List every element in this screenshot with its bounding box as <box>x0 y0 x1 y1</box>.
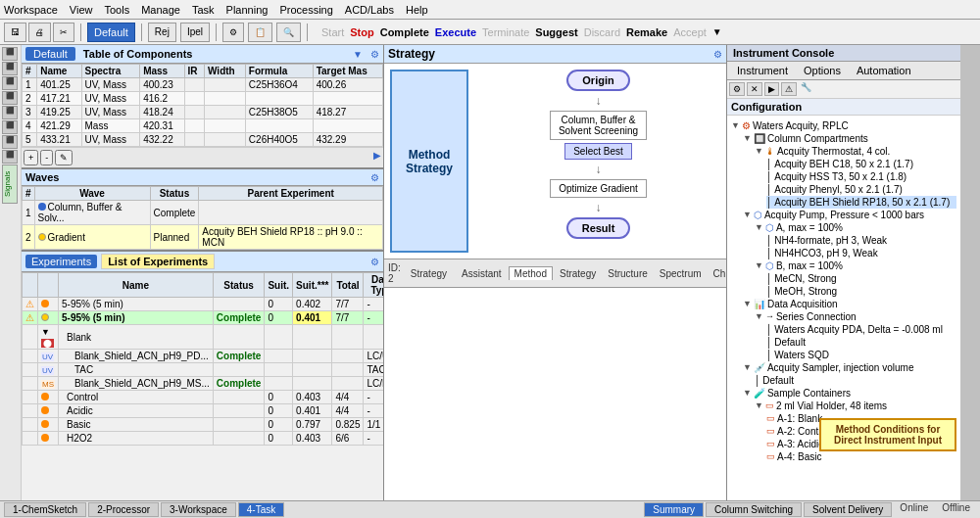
icon-btn-2[interactable]: 📋 <box>248 23 272 42</box>
instrument-tab-options[interactable]: Options <box>798 64 847 77</box>
menu-manage[interactable]: Manage <box>141 4 180 16</box>
tab-structure[interactable]: Structure <box>603 267 653 280</box>
tree-data-acq[interactable]: ▼ 📊 Data Acquisition <box>743 298 956 310</box>
tree-col-compartments[interactable]: ▼ 🔲 Column Compartments <box>743 132 956 145</box>
menu-processing[interactable]: Processing <box>279 4 332 16</box>
exp-row[interactable]: Basic 00.7970.825 1/1 2.414 <box>23 418 384 432</box>
exp-row[interactable]: MS Blank_Shield_ACN_pH9_MS... Complete L… <box>23 377 384 391</box>
exp-row[interactable]: Acidic 00.4014/4 - 3.5352.4133.739 3.97 <box>23 404 384 418</box>
tree-vial-holder[interactable]: ▼ ▭ 2 ml Vial Holder, 48 items <box>755 400 956 412</box>
remake-btn[interactable]: Remake <box>626 26 667 38</box>
tree-col-4[interactable]: │Acquity BEH Shield RP18, 50 x 2.1 (1.7) <box>766 196 956 209</box>
inst-btn-4[interactable]: ⚠ <box>781 82 797 96</box>
menu-workspace[interactable]: Workspace <box>4 4 58 16</box>
flow-step1[interactable]: Column, Buffer &Solvent Screening <box>550 111 647 140</box>
tab-chromatogram[interactable]: Chromatogram <box>709 267 727 280</box>
inst-btn-1[interactable]: ⚙ <box>729 82 745 96</box>
table-row[interactable]: 5433.21UV, Mass432.22C26H40O5432.29 <box>23 133 383 147</box>
accept-btn[interactable]: Accept <box>673 26 707 38</box>
flow-optimize[interactable]: Optimize Gradient <box>550 179 647 198</box>
exp-row[interactable]: Control 00.4034/4 - 3.5322.4193.738 3.97… <box>23 391 384 404</box>
expand-root[interactable]: ▼ <box>731 120 740 130</box>
exp-tab-experiments[interactable]: Experiments <box>25 255 97 268</box>
tree-pump[interactable]: ▼ ⬡ Acquity Pump, Pressure < 1000 bars <box>743 209 956 221</box>
sidebar-icon-4[interactable]: ⬛ <box>2 91 18 105</box>
comp-edit-btn[interactable]: ✎ <box>55 150 73 165</box>
flow-result[interactable]: Result <box>566 217 631 239</box>
exp-row[interactable]: ⚠ 5-95% (5 min) 0 0.402 7/7 - 3.521 2.37… <box>23 298 384 311</box>
exp-row[interactable]: H2O2 00.4036/6 - 3.5333.737 2.0012.6732.… <box>23 432 384 446</box>
complete-btn[interactable]: Complete <box>380 26 429 38</box>
waves-settings-icon[interactable]: ⚙ <box>370 172 379 183</box>
table-row[interactable]: 1401.25UV, Mass400.23C25H36O4400.26 <box>23 78 383 92</box>
table-row[interactable]: 4421.29Mass420.31 <box>23 119 383 133</box>
tree-meoh[interactable]: │MeOH, Strong <box>766 285 956 298</box>
table-row[interactable]: 2417.21UV, Mass416.2 <box>23 92 383 106</box>
strategy-settings-icon[interactable]: ⚙ <box>713 49 722 60</box>
tree-nh4-formate[interactable]: │NH4-formate, pH 3, Weak <box>766 234 956 247</box>
tree-thermostat[interactable]: ▼ 🌡 Acquity Thermostat, 4 col. <box>755 145 956 158</box>
tab-method[interactable]: Method <box>509 266 553 280</box>
rej-btn[interactable]: Rej <box>148 23 176 42</box>
tree-pump-a[interactable]: ▼ ⬡ A, max = 100% <box>755 221 956 234</box>
tree-vial-a4[interactable]: ▭A-4: Basic <box>766 450 956 463</box>
menu-planning[interactable]: Planning <box>226 4 269 16</box>
comp-scroll-right[interactable]: ▶ <box>373 150 381 165</box>
exp-row[interactable]: UV Blank_Shield_ACN_pH9_PD... Complete L… <box>23 350 384 363</box>
tree-sample-containers[interactable]: ▼ 🧪 Sample Containers <box>743 387 956 400</box>
sidebar-icon-3[interactable]: ⬛ <box>2 76 18 90</box>
tree-mecn[interactable]: │MeCN, Strong <box>766 272 956 285</box>
bottom-tab-chemsketch[interactable]: 1-ChemSketch <box>4 502 86 517</box>
comp-del-btn[interactable]: - <box>40 150 53 165</box>
components-settings-icon[interactable]: ⚙ <box>370 49 379 60</box>
execute-btn[interactable]: Execute <box>435 26 476 38</box>
toolbar-icon-3[interactable]: ✂ <box>53 23 74 42</box>
bottom-tab-processor[interactable]: 2-Processor <box>88 502 159 517</box>
flow-select-best[interactable]: Select Best <box>564 143 632 160</box>
icon-btn-3[interactable]: 🔍 <box>276 23 301 42</box>
menu-view[interactable]: View <box>70 4 93 16</box>
terminate-btn[interactable]: Terminate <box>482 26 529 38</box>
menu-tools[interactable]: Tools <box>104 4 129 16</box>
tree-sampler[interactable]: ▼ 💉 Acquity Sampler, injection volume <box>743 361 956 374</box>
tree-series-conn[interactable]: ▼ → Series Connection <box>755 310 956 323</box>
menu-task[interactable]: Task <box>192 4 215 16</box>
tree-pda[interactable]: │Waters Acquity PDA, Delta = -0.008 ml <box>766 323 956 336</box>
expand-blank[interactable]: ▼ <box>41 327 50 337</box>
default-btn[interactable]: Default <box>87 23 135 42</box>
exp-row[interactable]: UV TAC TAC <box>23 363 384 377</box>
tab-spectrum[interactable]: Spectrum <box>655 267 707 280</box>
sidebar-icon-8[interactable]: ⬛ <box>2 150 18 164</box>
tree-root[interactable]: ▼ ⚙ Waters Acquity, RPLC <box>731 119 956 132</box>
suggest-btn[interactable]: Suggest <box>535 26 577 38</box>
inst-gear-icon[interactable]: 🔧 <box>801 82 811 96</box>
toolbar-icon-2[interactable]: 🖨 <box>28 23 51 42</box>
tab-assistant[interactable]: Assistant <box>457 267 507 280</box>
icon-btn-1[interactable]: ⚙ <box>222 23 244 42</box>
tree-sampler-default[interactable]: │Default <box>755 374 956 387</box>
exp-settings-icon[interactable]: ⚙ <box>370 257 379 267</box>
tree-sqd[interactable]: │Waters SQD <box>766 349 956 361</box>
dropdown-arrow[interactable]: ▼ <box>712 26 722 37</box>
toolbar-icon-1[interactable]: 🖫 <box>4 23 26 42</box>
instrument-tab-automation[interactable]: Automation <box>851 64 917 77</box>
tree-nh4hco3[interactable]: │NH4HCO3, pH 9, Weak <box>766 247 956 259</box>
ipel-btn[interactable]: Ipel <box>180 23 210 42</box>
sidebar-icon-2[interactable]: ⬛ <box>2 62 18 75</box>
experiments-table-wrap[interactable]: Name Status Suit. Suit.*** Total Data Ty… <box>22 272 383 500</box>
bottom-tab-workspace[interactable]: 3-Workspace <box>161 502 236 517</box>
exp-row[interactable]: ▼ ⬤ Blank <box>23 325 384 350</box>
comp-add-btn[interactable]: + <box>24 150 38 165</box>
table-row[interactable]: 3419.25UV, Mass418.24C25H38O5418.27 <box>23 106 383 119</box>
bottom-tab-task[interactable]: 4-Task <box>238 502 284 517</box>
inst-btn-3[interactable]: ▶ <box>764 82 779 96</box>
wave-row[interactable]: 1 Column, Buffer & Solv... Complete <box>23 201 383 225</box>
tree-pump-b[interactable]: ▼ ⬡ B, max = 100% <box>755 259 956 272</box>
stop-btn[interactable]: Stop <box>350 26 373 38</box>
summary-tab[interactable]: Summary <box>644 502 704 517</box>
sidebar-icon-6[interactable]: ⬛ <box>2 120 18 134</box>
sidebar-icon-7[interactable]: ⬛ <box>2 135 18 149</box>
sidebar-icon-5[interactable]: ⬛ <box>2 106 18 119</box>
instrument-tab-instrument[interactable]: Instrument <box>731 64 794 77</box>
discard-btn[interactable]: Discard <box>584 26 620 38</box>
